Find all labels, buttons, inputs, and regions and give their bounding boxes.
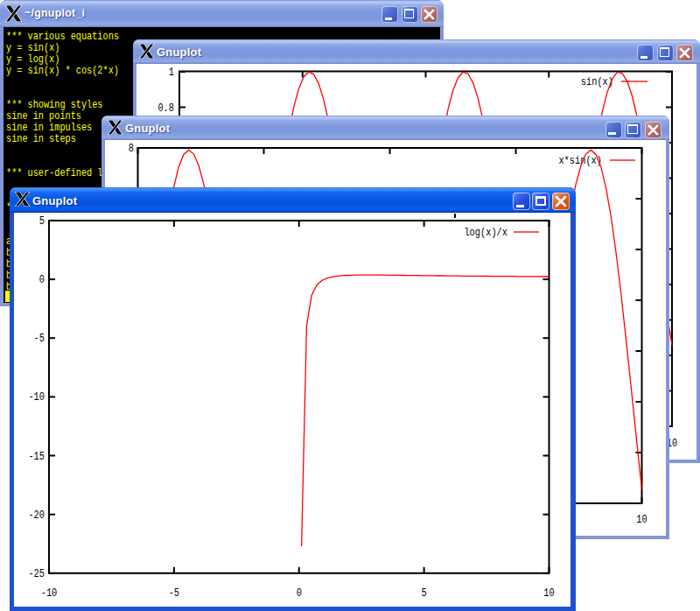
- svg-text:-10: -10: [28, 390, 45, 404]
- svg-text:10: 10: [543, 586, 554, 600]
- svg-text:-5: -5: [34, 332, 45, 345]
- svg-text:8: 8: [129, 142, 134, 155]
- svg-text:-5: -5: [169, 586, 179, 600]
- svg-text:0.8: 0.8: [158, 102, 174, 115]
- svg-text:log(x)/x: log(x)/x: [464, 226, 508, 239]
- svg-text:x*sin(x): x*sin(x): [558, 154, 602, 167]
- svg-text:0: 0: [39, 273, 45, 286]
- svg-text:-20: -20: [28, 509, 45, 522]
- svg-text:10: 10: [636, 513, 647, 526]
- svg-text:5: 5: [39, 214, 45, 228]
- svg-text:-25: -25: [28, 567, 45, 580]
- svg-text:-15: -15: [28, 450, 45, 463]
- svg-text:1: 1: [169, 66, 174, 79]
- svg-text:0: 0: [297, 586, 302, 600]
- svg-text:-10: -10: [41, 586, 58, 600]
- svg-text:sin(x): sin(x): [581, 75, 613, 88]
- svg-text:5: 5: [422, 586, 427, 600]
